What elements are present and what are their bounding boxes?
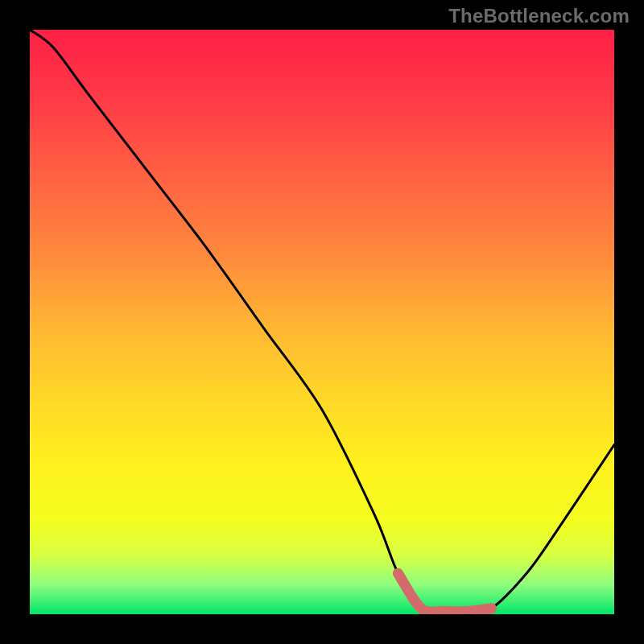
chart-background: [30, 30, 614, 614]
attribution-watermark: TheBottleneck.com: [448, 5, 630, 27]
bottleneck-chart: [30, 30, 614, 614]
chart-frame: TheBottleneck.com: [0, 0, 644, 644]
